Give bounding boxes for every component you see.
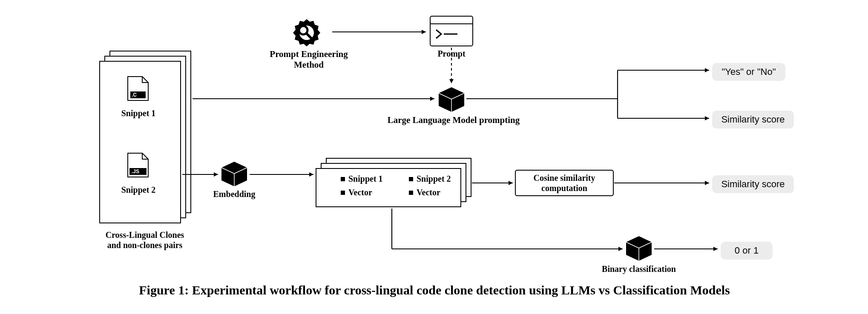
cosine-label: Cosine similarity computation [515, 173, 613, 193]
vector-col2-bot: Vector [417, 187, 440, 197]
file-c-icon [128, 77, 148, 100]
svg-rect-28 [409, 177, 413, 181]
snippet2-label: Snippet 2 [115, 185, 162, 195]
input-pairs-label: Cross-Lingual Clones and non-clones pair… [96, 230, 194, 250]
arrows-svg [0, 0, 868, 314]
svg-rect-29 [409, 191, 413, 195]
svg-rect-27 [341, 191, 345, 195]
file-js-ext: .JS [132, 168, 139, 174]
output-zero-one: 0 or 1 [721, 242, 773, 260]
svg-rect-8 [430, 16, 473, 46]
output-sim-score-1: Similarity score [712, 111, 794, 128]
cube-icon-binary [626, 236, 652, 261]
output-sim-score-2: Similarity score [712, 175, 794, 193]
prompt-engineering-label: Prompt Engineering Method [262, 49, 356, 70]
prompt-label: Prompt [430, 49, 473, 59]
output-yes-no: "Yes" or "No" [712, 63, 785, 81]
figure-caption: Figure 1: Experimental workflow for cros… [89, 283, 779, 297]
magnifier-gear-icon [293, 19, 320, 46]
embedding-label: Embedding [211, 189, 258, 199]
terminal-icon [430, 16, 473, 46]
file-c-ext: .C [132, 92, 137, 98]
binary-label: Binary classification [592, 264, 686, 274]
svg-rect-26 [341, 177, 345, 181]
cube-icon-embedding [221, 162, 247, 186]
vector-col1-top: Snippet 1 [348, 174, 383, 184]
cube-icon-llm [439, 87, 464, 112]
input-docs-stack [100, 51, 191, 223]
snippet1-label: Snippet 1 [115, 108, 162, 118]
vector-col2-top: Snippet 2 [417, 174, 451, 184]
vector-col1-bot: Vector [348, 187, 372, 197]
llm-label: Large Language Model prompting [375, 115, 532, 126]
diagram-canvas: .C .JS Snippet 1 Snippet 2 Cross-Lingual… [0, 0, 868, 314]
